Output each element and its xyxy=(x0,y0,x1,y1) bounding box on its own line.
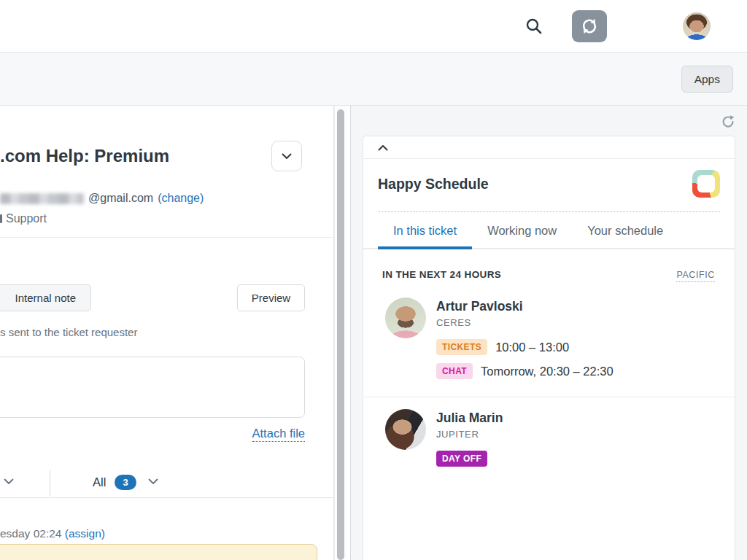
agent-name: Julia Marin xyxy=(436,411,503,426)
conversation-count-badge: 3 xyxy=(115,475,136,490)
reply-textarea[interactable] xyxy=(0,357,305,418)
agent-schedule-list: Artur Pavloski CERES TICKETS 10:00 – 13:… xyxy=(363,298,735,475)
shift-row: DAY OFF xyxy=(436,451,503,467)
agent-divider xyxy=(363,397,735,397)
tab-in-this-ticket[interactable]: In this ticket xyxy=(378,212,472,249)
agent-name: Artur Pavloski xyxy=(436,299,614,314)
comment-timestamp: esday 02:24 xyxy=(0,527,61,540)
agent-info: Artur Pavloski CERES TICKETS 10:00 – 13:… xyxy=(436,298,614,387)
sync-icon xyxy=(580,17,599,36)
scrollbar-track xyxy=(334,106,347,560)
refresh-apps-icon[interactable] xyxy=(721,114,735,129)
tab-your-schedule[interactable]: Your schedule xyxy=(572,212,678,249)
top-navigation-bar xyxy=(0,0,747,52)
attach-file-link[interactable]: Attach file xyxy=(252,427,305,442)
ticket-title-menu-button[interactable] xyxy=(271,141,302,171)
assign-link[interactable]: (assign) xyxy=(65,527,105,540)
requester-row: @gmail.com (change) xyxy=(0,192,204,205)
header-divider xyxy=(0,237,333,238)
email-domain: @gmail.com xyxy=(88,192,153,205)
search-icon[interactable] xyxy=(525,18,543,35)
composer-helper-text: s sent to the ticket requester xyxy=(0,326,137,338)
internal-note-tab[interactable]: Internal note xyxy=(0,284,91,311)
internal-note-box xyxy=(0,544,317,560)
chevron-down-icon xyxy=(282,153,292,160)
via-channel-row: Support xyxy=(0,212,47,225)
user-avatar[interactable] xyxy=(683,12,711,40)
attach-row: Attach file xyxy=(0,427,305,440)
ticket-toolbar-bar: Apps xyxy=(0,52,747,106)
shift-list: DAY OFF xyxy=(436,451,503,467)
happy-schedule-logo-icon xyxy=(692,170,720,198)
redacted-email xyxy=(0,193,84,204)
apps-sidebar-panel: Happy Schedule In this ticket Working no… xyxy=(351,106,747,560)
apps-grid-icon[interactable] xyxy=(636,18,654,35)
clipped-text-fragment xyxy=(0,214,2,223)
chevron-up-icon xyxy=(378,144,388,151)
ticket-title: .com Help: Premium xyxy=(0,146,169,166)
shift-time: Tomorrow, 20:30 – 22:30 xyxy=(481,365,614,378)
shift-row: CHAT Tomorrow, 20:30 – 22:30 xyxy=(436,363,614,379)
via-channel-label: Support xyxy=(6,212,47,225)
agent-row: Julia Marin JUPITER DAY OFF xyxy=(363,409,735,475)
collapse-app-row[interactable] xyxy=(363,136,735,159)
sync-button[interactable] xyxy=(572,10,607,42)
shift-row: TICKETS 10:00 – 13:00 xyxy=(436,339,614,355)
app-header: Happy Schedule xyxy=(378,159,720,212)
shift-type-badge: CHAT xyxy=(436,363,473,379)
happy-schedule-card: Happy Schedule In this ticket Working no… xyxy=(363,136,735,560)
filter-chevron-down-icon[interactable] xyxy=(148,478,158,485)
agent-info: Julia Marin JUPITER DAY OFF xyxy=(436,409,503,475)
agent-team: CERES xyxy=(436,317,614,328)
comment-meta-row: esday 02:24 (assign) xyxy=(0,527,105,540)
shift-time: 10:00 – 13:00 xyxy=(495,341,569,354)
ticket-panel: .com Help: Premium @gmail.com (change) S… xyxy=(0,106,334,560)
app-title: Happy Schedule xyxy=(378,176,489,192)
composer-toolbar: All 3 xyxy=(0,469,334,498)
agent-avatar xyxy=(385,298,426,338)
preview-button[interactable]: Preview xyxy=(237,284,305,311)
apps-button[interactable]: Apps xyxy=(681,66,733,93)
agent-team: JUPITER xyxy=(436,429,503,440)
toolbar-divider xyxy=(50,470,50,497)
toolbar-chevron-down-icon[interactable] xyxy=(4,478,14,485)
tab-working-now[interactable]: Working now xyxy=(472,212,572,249)
conversation-filter-label[interactable]: All xyxy=(93,475,106,489)
timezone-selector[interactable]: PACIFIC xyxy=(676,270,715,282)
agent-row: Artur Pavloski CERES TICKETS 10:00 – 13:… xyxy=(363,298,735,387)
conversation-divider xyxy=(0,497,333,498)
change-requester-link[interactable]: (change) xyxy=(158,192,204,205)
shift-type-badge: TICKETS xyxy=(436,339,487,355)
section-header-row: IN THE NEXT 24 HOURS PACIFIC xyxy=(382,269,715,282)
scrollbar-thumb[interactable] xyxy=(337,109,344,560)
app-tabs: In this ticket Working now Your schedule xyxy=(363,212,735,249)
shift-type-badge: DAY OFF xyxy=(436,451,487,467)
section-heading: IN THE NEXT 24 HOURS xyxy=(382,269,501,280)
shift-list: TICKETS 10:00 – 13:00 CHAT Tomorrow, 20:… xyxy=(436,339,614,379)
agent-avatar xyxy=(385,409,426,450)
